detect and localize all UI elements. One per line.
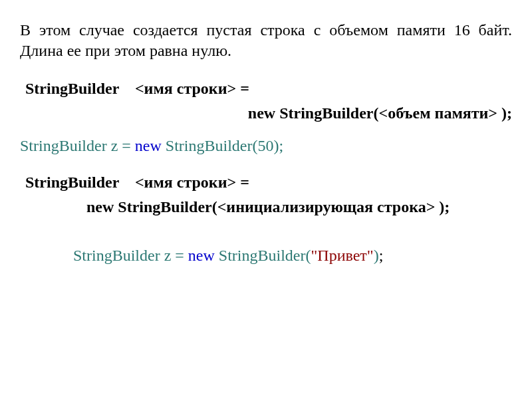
syntax2-line2: new StringBuilder(<инициализирующая стро…	[20, 198, 512, 216]
ex1-new-keyword: new	[135, 137, 166, 154]
ex2-classname: StringBuilder	[219, 247, 306, 264]
ex1-open-paren: (	[253, 137, 258, 154]
syntax1-keyword: StringBuilder	[25, 80, 119, 97]
ex1-close-paren: )	[274, 137, 279, 154]
ex2-close-paren: )	[374, 247, 379, 264]
code-example-1: StringBuilder z = new StringBuilder(50);	[20, 137, 512, 155]
ex2-string-literal: "Привет"	[311, 247, 374, 264]
intro-paragraph: В этом случае создается пустая строка с …	[20, 20, 512, 61]
ex2-declaration: StringBuilder z =	[73, 247, 188, 264]
syntax2-keyword: StringBuilder	[25, 174, 119, 191]
ex2-open-paren: (	[306, 247, 311, 264]
ex1-semicolon: ;	[279, 137, 284, 154]
syntax1-line1: StringBuilder <имя строки> =	[20, 80, 512, 98]
ex2-semicolon: ;	[379, 247, 384, 264]
ex1-declaration: StringBuilder z =	[20, 137, 135, 154]
syntax2-placeholder: <имя строки> =	[135, 174, 249, 191]
ex1-arg: 50	[258, 137, 274, 154]
syntax2-line1: StringBuilder <имя строки> =	[20, 174, 512, 192]
ex1-classname: StringBuilder	[166, 137, 253, 154]
syntax-block-1: StringBuilder <имя строки> = new StringB…	[20, 80, 512, 122]
syntax1-line2: new StringBuilder(<объем памяти> );	[20, 104, 512, 122]
document-page: В этом случае создается пустая строка с …	[0, 0, 532, 285]
syntax1-placeholder: <имя строки> =	[135, 80, 249, 97]
ex2-new-keyword: new	[188, 247, 219, 264]
code-example-2: StringBuilder z = new StringBuilder("При…	[20, 247, 512, 265]
syntax-block-2: StringBuilder <имя строки> = new StringB…	[20, 174, 512, 216]
